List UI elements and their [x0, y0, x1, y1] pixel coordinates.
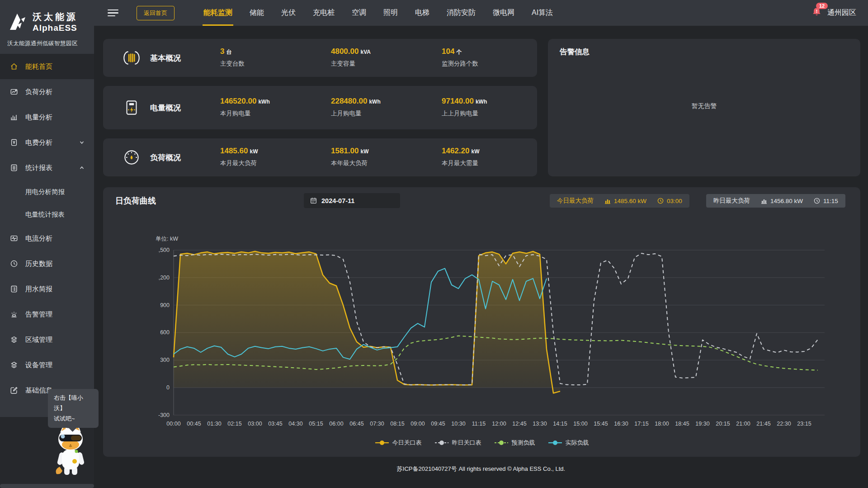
- stat-unit: kWh: [369, 99, 380, 105]
- svg-text:18:45: 18:45: [675, 421, 689, 427]
- horizontal-scrollbar[interactable]: [0, 484, 94, 488]
- sidebar-item-history-data[interactable]: 历史数据: [0, 251, 94, 276]
- legend-item-3[interactable]: 实际负载: [548, 439, 589, 447]
- sidebar-item-water-brief[interactable]: 用水简报: [0, 276, 94, 302]
- mascot-tooltip-line2: 试试吧~: [54, 414, 93, 424]
- sidebar-item-report[interactable]: 统计报表: [0, 155, 94, 180]
- sidebar-item-label: 电流分析: [25, 234, 52, 243]
- date-picker[interactable]: 2024-07-11: [304, 193, 400, 208]
- current-park-name[interactable]: 通州园区: [827, 8, 856, 18]
- edit-icon: [10, 386, 18, 394]
- mascot-tooltip-line1: 右击【喵小沃】: [54, 393, 93, 414]
- stat-unit: kWh: [258, 99, 269, 105]
- top-tabs: 能耗监测 储能 光伏 充电桩 空调 照明 电梯 消防安防 微电网 AI算法: [203, 0, 554, 26]
- svg-text:09:45: 09:45: [431, 421, 445, 427]
- legend-item-0[interactable]: 今日关口表: [375, 439, 422, 447]
- stat-label: 本年最大负荷: [331, 159, 368, 167]
- sidebar-subitem-energy-report[interactable]: 电量统计报表: [0, 203, 94, 226]
- svg-text:12:00: 12:00: [492, 421, 506, 427]
- card-title: 基本概况: [150, 53, 181, 63]
- sidebar-item-label: 负荷分析: [25, 88, 52, 96]
- svg-text:11:15: 11:15: [472, 421, 486, 427]
- stat-label: 主变容量: [331, 60, 371, 68]
- tab-hvac[interactable]: 空调: [351, 0, 367, 26]
- load-curve-chart[interactable]: 1,5001,2009006003000-30000:0000:4501:300…: [158, 235, 836, 439]
- curve-panel-title: 日负荷曲线: [115, 195, 156, 206]
- alarm-panel-title: 告警信息: [560, 47, 590, 57]
- sidebar-item-device-manage[interactable]: 设备管理: [0, 352, 94, 378]
- svg-text:20:15: 20:15: [716, 421, 730, 427]
- tab-lighting[interactable]: 照明: [382, 0, 399, 26]
- sidebar-subitem-label: 用电分析简报: [25, 188, 65, 196]
- alarm-panel: 告警信息 暂无告警: [548, 39, 860, 176]
- stat-unit: kW: [471, 148, 479, 155]
- svg-text:21:00: 21:00: [736, 421, 750, 427]
- sidebar-item-label: 电量分析: [25, 113, 52, 122]
- tab-fire-security[interactable]: 消防安防: [446, 0, 476, 26]
- brand-name-en: AlphaESS: [33, 23, 78, 33]
- pulse-chart-icon: [10, 234, 18, 242]
- legend-item-2[interactable]: 预测负载: [494, 439, 535, 447]
- tab-energy-monitor[interactable]: 能耗监测: [203, 0, 233, 26]
- mascot-cat-image: [51, 423, 90, 477]
- line-chart-icon: [10, 88, 18, 96]
- stat-value: 146520.00: [220, 97, 256, 105]
- svg-text:05:15: 05:15: [309, 421, 323, 427]
- tab-ai[interactable]: AI算法: [531, 0, 554, 26]
- sidebar-item-label: 历史数据: [25, 260, 52, 268]
- sidebar-item-load-analysis[interactable]: 负荷分析: [0, 79, 94, 104]
- sidebar-item-current-analysis[interactable]: 电流分析: [0, 226, 94, 251]
- svg-text:16:30: 16:30: [614, 421, 628, 427]
- sidebar-item-energy-home[interactable]: 能耗首页: [0, 54, 94, 79]
- sidebar-item-label: 区域管理: [25, 336, 52, 344]
- no-alarm-text: 暂无告警: [548, 102, 860, 110]
- clock-icon: [10, 260, 18, 268]
- sidebar-item-label: 统计报表: [25, 164, 52, 172]
- yesterday-max-value: 1456.80 kW: [770, 198, 803, 204]
- brand-name-cn: 沃太能源: [33, 11, 78, 23]
- svg-text:07:30: 07:30: [370, 421, 384, 427]
- sidebar-item-energy-analysis[interactable]: 电量分析: [0, 104, 94, 130]
- alphaess-logo-icon: [6, 10, 29, 33]
- sidebar-item-alarm-manage[interactable]: 告警管理: [0, 302, 94, 327]
- svg-text:22:30: 22:30: [777, 421, 791, 427]
- stat-label: 上月购电量: [331, 109, 381, 118]
- sidebar-item-label: 设备管理: [25, 361, 52, 370]
- tab-elevator[interactable]: 电梯: [414, 0, 430, 26]
- tab-pv[interactable]: 光伏: [280, 0, 297, 26]
- stat-value: 228480.00: [331, 97, 367, 105]
- svg-text:21:45: 21:45: [756, 421, 770, 427]
- stat-value: 104: [442, 47, 454, 56]
- footer-copyright: 苏ICP备2021040727号 All rights reserved © A…: [94, 465, 868, 473]
- sidebar-item-fee-analysis[interactable]: 电费分析: [0, 130, 94, 155]
- today-max-load-badge: 今日最大负荷 1485.60 kW 03:00: [550, 194, 689, 208]
- stat-unit: kW: [250, 148, 258, 155]
- yesterday-max-label: 昨日最大负荷: [713, 197, 750, 205]
- sidebar-item-region-manage[interactable]: 区域管理: [0, 327, 94, 352]
- stat-label: 本月最大需量: [442, 159, 479, 167]
- svg-text:03:00: 03:00: [248, 421, 262, 427]
- menu-collapse-icon[interactable]: [108, 9, 118, 17]
- sidebar-subitem-usage-brief[interactable]: 用电分析简报: [0, 180, 94, 203]
- notification-bell[interactable]: 12: [811, 7, 822, 19]
- tab-charger[interactable]: 充电桩: [312, 0, 335, 26]
- svg-text:06:45: 06:45: [349, 421, 363, 427]
- stat-value: 1485.60: [220, 147, 248, 155]
- stat-unit: 个: [456, 49, 462, 55]
- sidebar-subitem-label: 电量统计报表: [25, 210, 65, 219]
- svg-text:0: 0: [166, 384, 170, 391]
- sidebar-item-label: 用水简报: [25, 285, 52, 294]
- home-icon: [10, 62, 18, 71]
- tab-microgrid[interactable]: 微电网: [492, 0, 515, 26]
- stat-label: 本月购电量: [220, 109, 270, 118]
- energy-overview-card: 电量概况 146520.00kWh本月购电量 228480.00kWh上月购电量…: [103, 86, 537, 129]
- legend-item-1[interactable]: 昨日关口表: [434, 439, 481, 447]
- tab-storage[interactable]: 储能: [249, 0, 265, 26]
- mascot-cat[interactable]: [51, 423, 90, 479]
- svg-text:03:45: 03:45: [268, 421, 282, 427]
- bar-chart-mini-icon: [604, 198, 611, 204]
- svg-text:23:15: 23:15: [797, 421, 811, 427]
- svg-text:15:45: 15:45: [594, 421, 608, 427]
- back-home-button[interactable]: 返回首页: [137, 6, 175, 20]
- svg-text:01:30: 01:30: [207, 421, 221, 427]
